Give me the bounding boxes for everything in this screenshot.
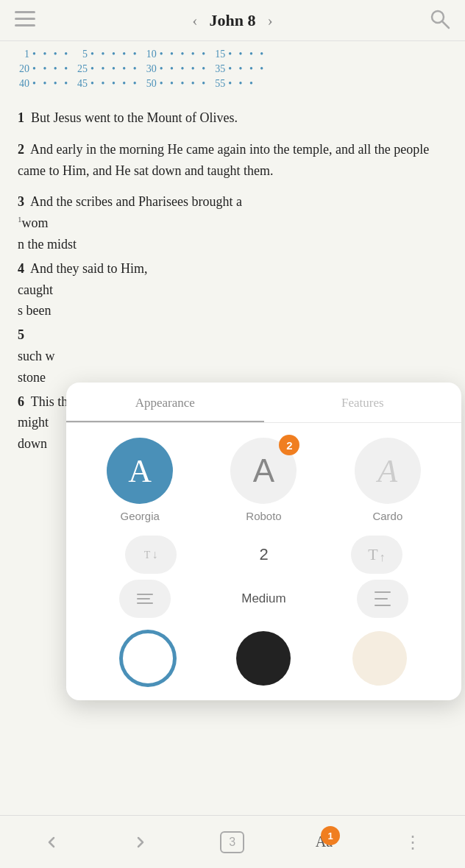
decrease-size-icon: T ↓	[144, 548, 158, 561]
verse-num-5: 5	[18, 327, 24, 342]
verse-5: 5	[18, 324, 447, 346]
theme-black[interactable]	[236, 631, 291, 686]
chapter-title: John 8	[210, 11, 256, 30]
roboto-label: Roboto	[246, 510, 281, 522]
appearance-popup: Appearance Features A Georgia 2 A Roboto…	[66, 383, 461, 700]
decrease-spacing-button[interactable]	[119, 580, 171, 618]
ruler-num-20[interactable]: 20	[15, 63, 29, 75]
verse-4: 4 And they said to Him,	[18, 258, 447, 280]
font-circle-georgia: A	[107, 438, 173, 504]
verse-5-cont: such w	[18, 346, 447, 367]
more-icon: ⋮	[404, 832, 422, 853]
svg-rect-2	[15, 24, 35, 26]
ruler-num-10[interactable]: 10	[142, 49, 157, 60]
svg-rect-1	[15, 18, 35, 20]
verse-4-cont: caught	[18, 280, 447, 301]
font-size-value: 2	[259, 545, 268, 564]
ruler-num-55[interactable]: 55	[210, 78, 225, 90]
decrease-spacing-icon	[137, 594, 153, 604]
cardo-label: Cardo	[372, 510, 402, 522]
theme-sepia[interactable]	[352, 631, 407, 686]
verse-3: 3 And the scribes and Pharisees brought …	[18, 191, 447, 213]
verse-num-1: 1	[18, 110, 24, 125]
spacing-label: Medium	[241, 591, 285, 606]
forward-button[interactable]	[132, 833, 149, 851]
back-button[interactable]	[43, 833, 60, 851]
next-chapter-button[interactable]: ›	[267, 11, 272, 30]
ruler-num-25[interactable]: 25	[73, 63, 88, 75]
font-badge: 1	[321, 826, 340, 845]
increase-spacing-icon	[375, 591, 391, 606]
verse-super-1: 1	[18, 215, 22, 224]
svg-line-4	[442, 21, 449, 28]
georgia-label: Georgia	[120, 510, 159, 522]
ruler-num-1[interactable]: 1	[15, 49, 29, 60]
verse-num-4: 4	[18, 261, 24, 276]
roboto-letter: A	[253, 452, 274, 489]
verse-1: 1 But Jesus went to the Mount of Olives.	[18, 107, 447, 129]
bottom-nav: 3 Aa 1 ⋮	[0, 815, 465, 868]
verse-num-3: 3	[18, 194, 24, 209]
increase-size-icon: T ↑	[368, 545, 385, 564]
ruler-num-45[interactable]: 45	[73, 78, 88, 90]
chapter-button[interactable]: 3	[220, 831, 244, 853]
ruler-num-5[interactable]: 5	[73, 49, 88, 60]
verse-ruler: 1 • • • • 5 • • • • • 10 • • • • • 15 • …	[0, 41, 465, 96]
size-controls: T ↓ 2 T ↑	[66, 528, 461, 577]
color-themes	[66, 624, 461, 689]
cardo-letter: A	[377, 452, 397, 490]
verse-2: 2 And early in the morning He came again…	[18, 139, 447, 182]
ruler-num-35[interactable]: 35	[210, 63, 225, 75]
ruler-num-50[interactable]: 50	[142, 78, 157, 90]
verse-2-text: And early in the morning He came again i…	[18, 142, 429, 178]
tab-features[interactable]: Features	[264, 383, 462, 422]
nav-center: ‹ John 8 ›	[192, 11, 273, 30]
verse-num-6: 6	[18, 394, 24, 409]
tab-appearance[interactable]: Appearance	[66, 383, 264, 422]
verse-1-text: But Jesus went to the Mount of Olives.	[31, 110, 238, 125]
ruler-num-15[interactable]: 15	[210, 49, 225, 60]
ruler-num-30[interactable]: 30	[142, 63, 157, 75]
svg-rect-0	[15, 11, 35, 13]
theme-white[interactable]	[121, 631, 175, 686]
increase-spacing-button[interactable]	[357, 580, 408, 618]
decrease-size-button[interactable]: T ↓	[125, 536, 177, 574]
font-circle-cardo: A	[355, 438, 421, 504]
more-button[interactable]: ⋮	[404, 832, 422, 853]
verse-4-end: s been	[18, 300, 447, 321]
ruler-num-40[interactable]: 40	[15, 78, 29, 90]
verse-3-end: n the midst	[18, 234, 447, 255]
features-badge: 2	[279, 435, 299, 455]
prev-chapter-button[interactable]: ‹	[192, 11, 197, 30]
font-circle-roboto: 2 A	[230, 438, 297, 504]
verse-num-2: 2	[18, 142, 24, 157]
spacing-controls: Medium	[66, 577, 461, 624]
font-settings-button[interactable]: Aa 1	[316, 833, 333, 850]
font-option-cardo[interactable]: A Cardo	[355, 438, 421, 522]
georgia-letter: A	[128, 452, 152, 490]
font-options: A Georgia 2 A Roboto A Cardo	[66, 423, 461, 528]
increase-size-button[interactable]: T ↑	[351, 536, 402, 574]
verse-3-cont: 1wom	[18, 213, 447, 234]
font-option-georgia[interactable]: A Georgia	[107, 438, 173, 522]
search-button[interactable]	[430, 9, 450, 32]
font-option-roboto[interactable]: 2 A Roboto	[230, 438, 297, 522]
top-bar: ‹ John 8 ›	[0, 0, 465, 41]
menu-button[interactable]	[15, 11, 35, 29]
popup-tabs: Appearance Features	[66, 383, 461, 423]
